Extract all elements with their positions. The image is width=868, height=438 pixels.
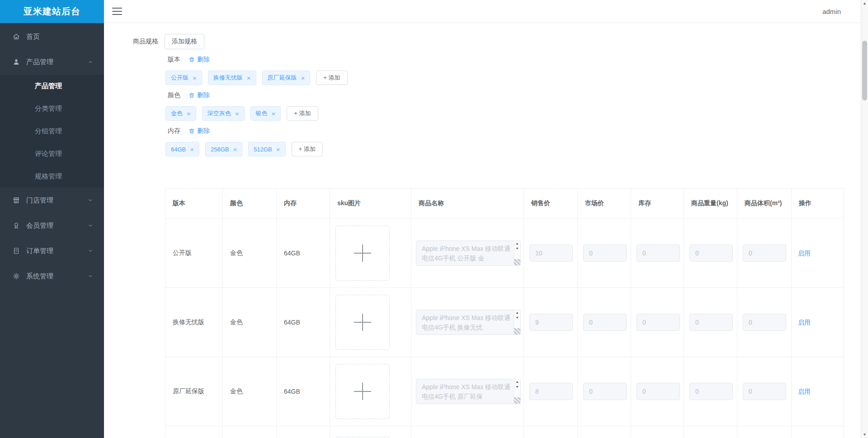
add-spec-button[interactable]: 添加规格 <box>165 34 204 49</box>
sidebar-item-group-management[interactable]: 分组管理 <box>0 120 104 142</box>
tag-close-icon[interactable]: × <box>301 75 305 81</box>
plus-icon <box>354 245 371 262</box>
volume-input[interactable] <box>743 314 786 331</box>
spec-group-header: 版本删除 <box>168 55 348 64</box>
sidebar-item-order-management[interactable]: 订单管理 <box>0 238 104 264</box>
enable-link[interactable]: 启用 <box>798 319 811 326</box>
sidebar-item-home[interactable]: 首页 <box>0 24 104 49</box>
resize-grip-icon[interactable] <box>514 397 520 404</box>
memory-value: 64GB <box>277 319 330 326</box>
sidebar-item-product-management[interactable]: 产品管理 <box>0 49 104 75</box>
product-name-input[interactable]: Apple iPhone XS Max 移动联通电信4G手机 换修无忧▲▼ <box>416 310 521 335</box>
page-scrollbar[interactable]: ▲ ▼ <box>861 0 868 438</box>
shop-icon <box>12 196 20 204</box>
scroll-down-icon[interactable]: ▼ <box>514 384 520 389</box>
scrollbar-thumb[interactable] <box>862 41 867 100</box>
home-icon <box>12 33 20 41</box>
hamburger-icon[interactable] <box>112 8 122 15</box>
market-price-cell <box>578 219 631 288</box>
enable-link[interactable]: 启用 <box>798 250 811 257</box>
color-cell: 金色 <box>223 357 277 426</box>
sidebar-item-label: 产品管理 <box>26 58 53 66</box>
sku-upload-box[interactable] <box>335 437 390 438</box>
product-name-input[interactable]: Apple iPhone XS Max 移动联通电信4G手机 公开版 金▲▼ <box>416 240 521 266</box>
sidebar-item-comment-management[interactable]: 评论管理 <box>0 142 104 165</box>
scroll-down-icon[interactable]: ▼ <box>514 315 520 320</box>
price-input[interactable] <box>529 314 573 331</box>
volume-cell <box>737 426 792 438</box>
weight-input[interactable] <box>689 314 733 331</box>
spec-tag-label: 64GB <box>171 146 186 153</box>
table-row: 换修无忧版金色64GBApple iPhone XS Max 移动联通电信4G手… <box>165 288 844 357</box>
textarea-scrollbar[interactable]: ▲▼ <box>514 241 520 265</box>
textarea-scrollbar[interactable]: ▲▼ <box>514 310 520 334</box>
resize-grip-icon[interactable] <box>514 259 520 265</box>
sidebar-item-category-management[interactable]: 分类管理 <box>0 97 104 120</box>
volume-cell <box>737 357 792 426</box>
volume-input[interactable] <box>743 383 786 400</box>
table-header-cell: sku图片 <box>330 188 411 219</box>
add-tag-button[interactable]: + 添加 <box>316 71 347 85</box>
sidebar-item-product-list[interactable]: 产品管理 <box>0 75 104 97</box>
table-header-cell: 商品重量(kg) <box>684 188 737 219</box>
enable-link[interactable]: 启用 <box>798 388 811 395</box>
market-price-input[interactable] <box>583 245 627 262</box>
plus-icon <box>354 383 371 400</box>
action-cell: 启用 <box>792 288 844 357</box>
sidebar-item-system-management[interactable]: 系统管理 <box>0 264 104 289</box>
add-tag-button[interactable]: + 添加 <box>287 106 318 121</box>
tag-close-icon[interactable]: × <box>235 110 239 117</box>
scroll-up-icon[interactable]: ▲ <box>514 379 520 384</box>
table-row <box>165 426 844 438</box>
submenu-product-management: 产品管理分类管理分组管理评论管理规格管理 <box>0 75 104 188</box>
volume-input[interactable] <box>743 245 786 262</box>
market-price-input[interactable] <box>583 314 627 331</box>
stock-input[interactable] <box>637 314 680 331</box>
tag-close-icon[interactable]: × <box>233 146 237 153</box>
delete-spec-button[interactable]: 删除 <box>189 91 210 99</box>
color-cell <box>223 426 277 438</box>
tag-close-icon[interactable]: × <box>190 146 194 153</box>
sku-upload-box[interactable] <box>335 226 390 281</box>
scroll-up-icon[interactable]: ▲ <box>514 241 520 246</box>
stock-input[interactable] <box>637 383 680 400</box>
product-name-input[interactable]: Apple iPhone XS Max 移动联通电信4G手机 原厂延保▲▼ <box>416 379 521 404</box>
sidebar-item-label: 门店管理 <box>26 196 53 205</box>
tag-close-icon[interactable]: × <box>187 110 191 117</box>
color-cell: 金色 <box>223 219 277 288</box>
sku-upload-box[interactable] <box>335 295 390 350</box>
weight-input[interactable] <box>689 245 733 262</box>
weight-input[interactable] <box>689 383 733 400</box>
tag-close-icon[interactable]: × <box>193 75 197 81</box>
tag-close-icon[interactable]: × <box>247 75 251 81</box>
scrollbar-up-icon[interactable]: ▲ <box>861 1 868 5</box>
price-input[interactable] <box>529 383 573 400</box>
sidebar-item-spec-management[interactable]: 规格管理 <box>0 165 104 188</box>
scroll-down-icon[interactable]: ▼ <box>514 246 520 251</box>
spec-tag-label: 原厂延保版 <box>268 74 297 82</box>
scrollbar-down-icon[interactable]: ▼ <box>861 433 868 437</box>
tag-close-icon[interactable]: × <box>276 146 280 153</box>
price-input[interactable] <box>529 245 573 262</box>
resize-grip-icon[interactable] <box>514 328 520 334</box>
scroll-up-icon[interactable]: ▲ <box>514 310 520 315</box>
table-header-cell: 销售价 <box>524 188 578 219</box>
stock-input[interactable] <box>637 245 680 262</box>
market-price-input[interactable] <box>583 383 627 400</box>
spec-tag-label: 256GB <box>211 146 229 153</box>
delete-spec-button[interactable]: 删除 <box>189 127 210 135</box>
brand-logo: 亚米建站后台 <box>0 0 104 23</box>
spec-tag: 银色× <box>250 106 281 121</box>
sidebar-item-store-management[interactable]: 门店管理 <box>0 188 104 213</box>
delete-spec-button[interactable]: 删除 <box>189 56 210 64</box>
version-cell: 原厂延保版 <box>165 357 223 426</box>
add-tag-button[interactable]: + 添加 <box>292 142 323 156</box>
user-icon <box>12 58 20 66</box>
textarea-scrollbar[interactable]: ▲▼ <box>514 379 520 404</box>
sku-upload-box[interactable] <box>335 364 390 419</box>
user-menu[interactable]: admin <box>822 8 841 15</box>
sidebar-item-member-management[interactable]: 会员管理 <box>0 213 104 238</box>
version-value: 原厂延保版 <box>165 387 222 396</box>
color-cell: 金色 <box>223 288 277 357</box>
tag-close-icon[interactable]: × <box>272 110 276 117</box>
